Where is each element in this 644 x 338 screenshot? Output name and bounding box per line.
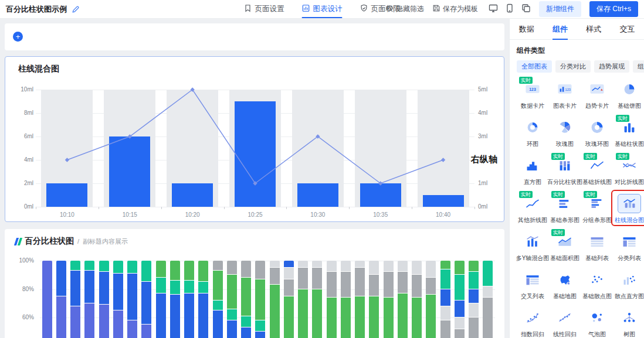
chart-type-item[interactable]: 分类列表 xyxy=(614,232,644,262)
chart-type-item[interactable]: 树图 xyxy=(614,308,644,338)
chart-type-label: 基础面积图 xyxy=(550,254,579,262)
percent-chart-card[interactable]: 百分比柱状图 / 副标题内容展示 100%80%60% xyxy=(5,229,504,338)
bar-segment xyxy=(369,261,379,275)
chart-type-item[interactable]: 趋势卡片 xyxy=(581,80,613,110)
chart-type-item[interactable]: 散点直方图 xyxy=(614,270,644,301)
chart-type-item[interactable]: 123实时数据卡片 xyxy=(517,80,548,110)
save-as-template-button[interactable]: 保存为模板 xyxy=(432,4,478,14)
bar-segment xyxy=(327,298,337,338)
bars-chart-icon: 实时 xyxy=(618,118,641,137)
chart-type-item[interactable]: 柱线混合图 xyxy=(614,194,644,224)
chart-type-label: 基础条形图 xyxy=(550,216,579,224)
chart-type-item[interactable]: 实时基础面积图 xyxy=(549,232,581,262)
chart-type-item[interactable]: 指数回归 xyxy=(517,308,548,338)
combo-chart-card[interactable]: 柱线混合图 0ml0ml2ml1ml4ml6ml3ml8ml4ml10ml5ml… xyxy=(5,56,504,222)
edit-title-icon[interactable] xyxy=(72,5,80,13)
nav-page-settings[interactable]: 页面设置 xyxy=(244,0,284,18)
stacked-bar xyxy=(469,261,479,338)
right-axis-tick: 0ml xyxy=(478,203,487,210)
bar-segment xyxy=(284,261,294,268)
chart-type-item[interactable]: 实时基础条形图 xyxy=(549,194,581,224)
tab-style[interactable]: 样式 xyxy=(577,19,611,40)
chart-type-label: 气泡图 xyxy=(588,330,606,338)
chart-type-item[interactable]: 基础饼图 xyxy=(614,80,644,110)
chart-type-item[interactable]: 实时基础折线图 xyxy=(581,156,613,186)
map-chart-icon xyxy=(553,270,577,289)
stacked-bar xyxy=(113,261,123,338)
tab-data[interactable]: 数据 xyxy=(510,19,543,40)
bar-segment xyxy=(469,317,479,338)
mobile-preview-icon[interactable] xyxy=(505,4,514,15)
stacked-bar xyxy=(284,261,294,338)
chart-type-item[interactable]: 实时对比折线图 xyxy=(614,156,644,186)
table2-chart-icon xyxy=(618,232,641,251)
hbars-chart-icon: 实时 xyxy=(553,194,577,213)
bar-segment xyxy=(184,293,194,338)
panel-tabs: 数据 组件 样式 交互 xyxy=(510,19,644,40)
nav-page-permissions[interactable]: 页面权限 xyxy=(360,0,401,18)
bar-segment xyxy=(84,303,94,338)
chart-type-item[interactable]: 玫瑰环图 xyxy=(581,118,613,148)
bar-segment xyxy=(255,320,265,332)
chart-type-label: 其他折线图 xyxy=(518,216,547,224)
nav-chart-design[interactable]: 图表设计 xyxy=(302,0,343,18)
chart-category-chip[interactable]: 趋势展现 xyxy=(594,60,629,73)
chart-type-label: 多Y轴混合图 xyxy=(516,254,550,262)
chart-category-chip[interactable]: 全部图表 xyxy=(517,60,552,73)
add-component-button[interactable]: 新增组件 xyxy=(539,1,581,17)
chart-type-item[interactable]: 基础散点图 xyxy=(581,270,613,301)
add-filter-button[interactable]: + xyxy=(13,32,23,42)
realtime-badge: 实时 xyxy=(584,153,597,160)
chart-logo-icon xyxy=(14,238,22,245)
bar-segment xyxy=(469,272,479,289)
bar-segment xyxy=(170,295,180,338)
pctbars-chart-icon: 实时 xyxy=(553,156,577,175)
chart-type-item[interactable]: 交叉列表 xyxy=(517,270,548,301)
chart-type-item[interactable]: 气泡图 xyxy=(581,308,613,338)
bar-segment xyxy=(70,306,80,338)
histogram-chart-icon xyxy=(521,156,544,175)
chart-type-item[interactable]: 123图表卡片 xyxy=(549,80,581,110)
bar-segment xyxy=(270,268,280,285)
right-axis-tick: 1ml xyxy=(478,180,487,186)
chart-type-item[interactable]: 多Y轴混合图 xyxy=(517,232,548,262)
desktop-preview-icon[interactable] xyxy=(489,4,498,15)
chart-type-item[interactable]: 线性回归 xyxy=(549,308,581,338)
stacked-bar xyxy=(170,261,180,338)
svg-text:123: 123 xyxy=(565,88,571,91)
stacked-bar xyxy=(241,261,251,338)
chart-type-item[interactable]: 实时基础柱状图 xyxy=(614,118,644,148)
chart-type-label: 指数回归 xyxy=(521,330,544,338)
chart-type-item[interactable]: 环图 xyxy=(517,118,548,148)
tab-interaction[interactable]: 交互 xyxy=(611,19,644,40)
filter-bar-card[interactable]: + xyxy=(5,23,504,50)
save-button[interactable]: 保存 Ctrl+s xyxy=(589,1,638,17)
chart-type-item[interactable]: 实时百分比柱状图 xyxy=(549,156,581,186)
stacked-bar xyxy=(213,261,223,338)
bar-segment xyxy=(440,289,450,306)
chart-type-item[interactable]: 实时其他折线图 xyxy=(517,194,548,224)
chart-type-item[interactable]: 基础地图 xyxy=(549,270,581,301)
bar-segment xyxy=(127,261,137,274)
tab-components[interactable]: 组件 xyxy=(543,19,577,40)
bar-segment xyxy=(170,281,180,295)
copy-layers-icon[interactable] xyxy=(521,4,531,15)
stacked-bar xyxy=(270,261,280,338)
chart-category-chip[interactable]: 分类对比 xyxy=(555,60,591,73)
chart-type-item[interactable]: 玫瑰图 xyxy=(549,118,581,148)
right-axis-tick: 3ml xyxy=(478,133,487,139)
stacked-bar xyxy=(440,261,450,338)
x-axis-label: 10:20 xyxy=(185,211,200,218)
chart-design-icon xyxy=(302,4,310,14)
bar-segment xyxy=(440,320,450,338)
stacked-bar xyxy=(384,261,394,338)
chart-type-item[interactable]: 直方图 xyxy=(517,156,548,186)
chart-category-chip[interactable]: 组成分析 xyxy=(633,60,644,73)
bar-segment xyxy=(412,261,422,275)
chart-type-item[interactable]: 实时分组条形图 xyxy=(581,194,613,224)
bar-segment xyxy=(227,261,237,275)
design-canvas: + 柱线混合图 0ml0ml2ml1ml4ml6ml3ml8ml4ml10ml5… xyxy=(0,19,509,338)
chart-type-item[interactable]: 基础列表 xyxy=(581,232,613,262)
page-title: 百分比柱状图示例 xyxy=(6,4,67,15)
chartcard-chart-icon: 123 xyxy=(553,80,577,99)
